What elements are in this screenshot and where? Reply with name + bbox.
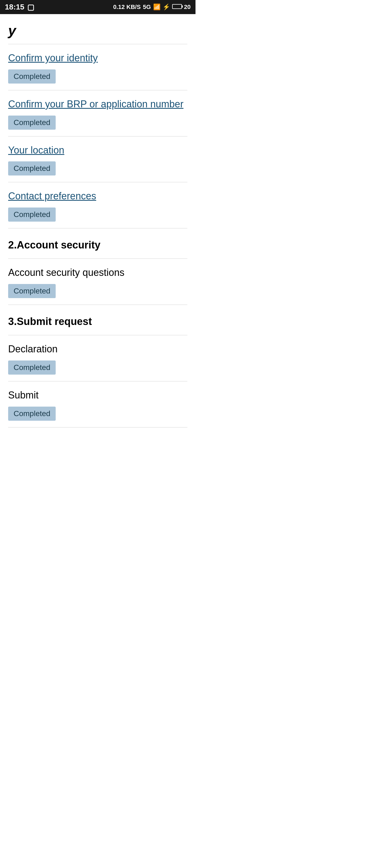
time-display: 18:15 [5,3,24,11]
confirm-identity-item: Confirm your identity Completed [8,44,187,90]
confirm-identity-status: Completed [8,69,56,84]
section-3: 3.Submit request Declaration Completed S… [8,305,187,428]
declaration-title: Declaration [8,343,187,355]
status-left: 18:15 ▢ [5,3,34,12]
contact-preferences-status: Completed [8,208,56,222]
confirm-identity-link[interactable]: Confirm your identity [8,52,187,65]
account-security-heading: 2.Account security [8,228,187,258]
status-right: 0.12 KB/S 5G 📶 ⚡ 20 [113,3,191,10]
battery-percent: 20 [184,3,191,10]
divider-9 [8,427,187,428]
account-security-questions-status: Completed [8,284,56,298]
contact-preferences-link[interactable]: Contact preferences [8,190,187,203]
section-2: 2.Account security Account security ques… [8,228,187,305]
account-security-questions-title: Account security questions [8,267,187,279]
page-title-partial: y [8,20,187,44]
gallery-icon: ▢ [27,3,34,12]
signal-icon: 📶 [153,3,161,10]
confirm-brp-status: Completed [8,116,56,130]
lightning-icon: ⚡ [163,3,170,10]
data-speed: 0.12 KB/S [113,3,141,10]
submit-status: Completed [8,407,56,421]
main-content: y Confirm your identity Completed Confir… [0,14,196,444]
section-1: Confirm your identity Completed Confirm … [8,44,187,228]
your-location-status: Completed [8,161,56,176]
declaration-status: Completed [8,361,56,375]
battery-icon [172,3,182,10]
status-bar: 18:15 ▢ 0.12 KB/S 5G 📶 ⚡ 20 [0,0,196,14]
your-location-item: Your location Completed [8,136,187,182]
submit-title: Submit [8,389,187,402]
network-type: 5G [143,3,151,10]
confirm-brp-link[interactable]: Confirm your BRP or application number [8,98,187,111]
submit-item: Submit Completed [8,381,187,427]
contact-preferences-item: Contact preferences Completed [8,182,187,228]
submit-request-heading: 3.Submit request [8,305,187,335]
declaration-item: Declaration Completed [8,335,187,381]
your-location-link[interactable]: Your location [8,144,187,157]
confirm-brp-item: Confirm your BRP or application number C… [8,90,187,136]
account-security-questions-item: Account security questions Completed [8,259,187,305]
